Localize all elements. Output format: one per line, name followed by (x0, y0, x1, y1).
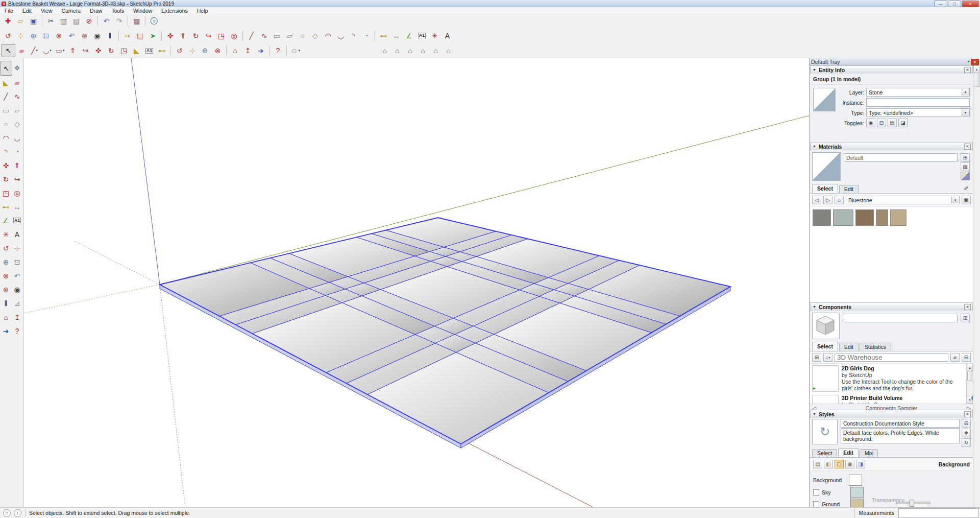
move-icon[interactable]: ✜ (92, 44, 105, 57)
styles-tab-select[interactable]: Select (812, 449, 837, 457)
orbit-icon[interactable]: ↺ (1, 241, 11, 255)
collection-name[interactable]: Components Sampler (816, 405, 967, 410)
materials-tab-select[interactable]: Select (812, 184, 838, 193)
circle-icon[interactable]: ○ (1, 117, 11, 131)
toggle-locked-icon[interactable]: ⊟ (877, 119, 886, 127)
interact-icon[interactable]: ➙ (121, 30, 134, 42)
3d-warehouse-icon[interactable]: ⌂ (229, 44, 241, 57)
view-top-icon[interactable]: ⌂ (391, 44, 404, 57)
copy-icon[interactable]: ▥ (57, 15, 70, 27)
move-icon[interactable]: ✜ (164, 30, 177, 42)
menu-help[interactable]: Help (192, 7, 213, 14)
tape-measure-icon[interactable]: ⊷ (377, 30, 390, 42)
menu-camera[interactable]: Camera (57, 7, 85, 14)
three-point-arc-icon[interactable]: ◝ (347, 30, 360, 42)
display-secondary-pane-icon[interactable]: ⊞ (961, 153, 970, 162)
type-dropdown[interactable]: Type: <undefined>▾ (866, 108, 970, 117)
scroll-up-icon[interactable]: ▲ (967, 364, 973, 371)
pan-icon[interactable]: ⊹ (12, 241, 22, 255)
paint-bucket-icon[interactable]: ◣ (1, 76, 11, 89)
orbit-icon[interactable]: ↺ (173, 44, 186, 57)
menu-extensions[interactable]: Extensions (157, 7, 192, 14)
pan-icon[interactable]: ⊹ (14, 30, 27, 42)
line-icon[interactable]: ╱ (1, 89, 11, 103)
component-name-field[interactable] (843, 314, 958, 322)
components-tab-statistics[interactable]: Statistics (860, 343, 891, 351)
line-icon[interactable]: ╱▾ (28, 44, 41, 57)
styles-header[interactable]: ▼ Styles ✕ (810, 410, 973, 418)
rectangle-icon[interactable]: ▭ (1, 103, 11, 117)
polygon-icon[interactable]: ◇ (12, 117, 22, 131)
look-around-icon[interactable]: ◉ (12, 282, 22, 296)
print-icon[interactable]: ▦ (130, 15, 143, 27)
secondary-material-swatch[interactable] (961, 172, 970, 180)
view-options-icon[interactable]: ⊞ (812, 353, 821, 362)
geolocation-status-icon[interactable]: ? (3, 509, 11, 517)
eraser-icon[interactable]: ▰ (15, 44, 28, 57)
walk-icon[interactable]: ‖ (104, 30, 116, 42)
scale-icon[interactable]: ◳ (117, 44, 130, 57)
rotate-icon[interactable]: ↻ (105, 44, 117, 57)
zoom-window-icon[interactable]: ⊡ (12, 255, 22, 269)
view-front-icon[interactable]: ⌂ (404, 44, 416, 57)
chevron-down-icon[interactable]: ▾ (962, 109, 969, 116)
zoom-extents-icon[interactable]: ⊗ (53, 30, 65, 42)
rectangle-icon[interactable]: ▭ (271, 30, 283, 42)
active-component-thumbnail[interactable] (812, 313, 840, 339)
new-icon[interactable]: ✚ (2, 15, 14, 27)
three-point-arc-icon[interactable]: ◝ (1, 145, 11, 158)
menu-tools[interactable]: Tools (107, 7, 129, 14)
paint-bucket-icon[interactable]: ◣ (130, 44, 143, 57)
protractor-icon[interactable]: ∠ (403, 30, 415, 42)
zoom-icon[interactable]: ⊕ (199, 44, 211, 57)
materials-tab-edit[interactable]: Edit (839, 185, 859, 193)
edge-settings-icon[interactable]: ▤ (813, 460, 822, 468)
circle-icon[interactable]: ○ (296, 30, 309, 42)
save-icon[interactable]: ▣ (27, 15, 40, 27)
previous-view-icon[interactable]: ↶ (12, 269, 22, 282)
material-name-field[interactable]: Default (844, 153, 958, 162)
section-plane-icon[interactable]: ⊿ (12, 296, 22, 310)
protractor-icon[interactable]: ∠ (1, 214, 11, 227)
3d-text-icon[interactable]: A (12, 227, 22, 241)
style-refresh-icon[interactable]: ↻ (962, 438, 971, 447)
tray-close-button[interactable]: ✕ (971, 59, 979, 65)
erase-icon[interactable]: ⊘ (83, 15, 95, 27)
toggle-visible-icon[interactable]: ◉ (866, 119, 875, 127)
eraser-icon[interactable]: ▰ (12, 76, 22, 89)
materials-close-icon[interactable]: ✕ (964, 144, 971, 150)
sky-checkbox[interactable] (813, 489, 819, 496)
collection-prev-icon[interactable]: ◁ (812, 405, 816, 410)
toggle-hide-rest-icon[interactable]: ◪ (898, 119, 908, 127)
text-icon[interactable]: A1 (415, 30, 428, 42)
pie-icon[interactable]: ◔ (360, 30, 373, 42)
component-item-girls-dog[interactable]: ▸ 2D Girls Dog by SketchUp Use the Inter… (810, 364, 967, 393)
dimension-icon[interactable]: ↔ (12, 200, 22, 214)
layer-dropdown[interactable]: Stone▾ (866, 88, 970, 97)
components-tab-edit[interactable]: Edit (839, 343, 859, 351)
in-model-home-icon[interactable]: ⌂▾ (823, 353, 832, 362)
extension-warehouse-icon[interactable]: ➔ (1, 324, 11, 338)
3d-warehouse-icon[interactable]: ⌂ (1, 310, 11, 324)
rotated-rectangle-icon[interactable]: ▱ (283, 30, 296, 42)
zoom-window-icon[interactable]: ⊡ (40, 30, 53, 42)
components-tab-select[interactable]: Select (812, 342, 838, 351)
select-icon[interactable]: ↖ (1, 61, 12, 76)
minimize-button[interactable]: — (934, 1, 947, 7)
undo-icon[interactable]: ↶ (100, 15, 113, 27)
sign-in-avatar-icon[interactable]: ☺▾ (289, 44, 302, 57)
view-back-icon[interactable]: ⌂ (429, 44, 442, 57)
material-swatch-3[interactable] (855, 209, 874, 226)
active-material-swatch[interactable] (812, 152, 841, 181)
zoom-extents-icon[interactable]: ⊗ (1, 269, 11, 282)
arc-icon[interactable]: ◠ (322, 30, 334, 42)
offset-icon[interactable]: ◎ (228, 30, 240, 42)
measurements-input[interactable] (898, 508, 979, 518)
material-swatch-2[interactable] (833, 209, 853, 226)
ground-checkbox[interactable] (813, 501, 819, 507)
transparency-slider[interactable] (896, 502, 930, 504)
rotate-icon[interactable]: ↻ (1, 172, 11, 186)
rotated-rectangle-icon[interactable]: ▱ (12, 103, 22, 117)
display-pane-icon[interactable]: ⊟ (962, 419, 971, 428)
open-icon[interactable]: ▱ (14, 15, 27, 27)
